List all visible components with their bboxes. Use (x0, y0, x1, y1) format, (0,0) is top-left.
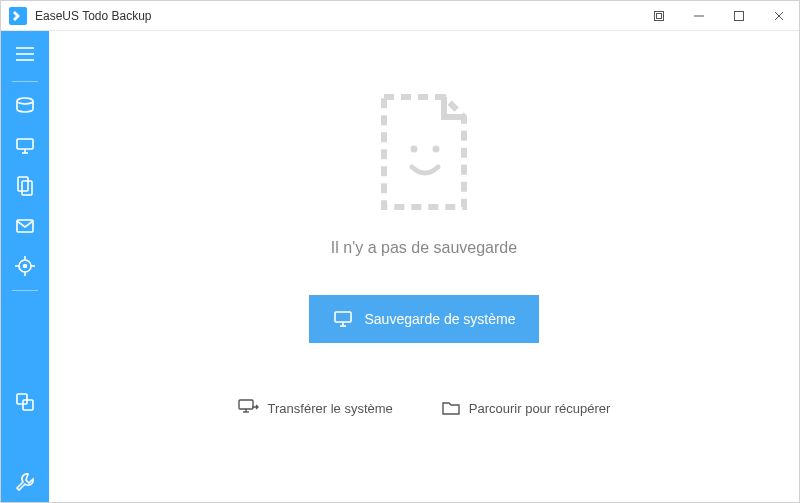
sidebar-item-system-backup[interactable] (1, 126, 49, 166)
wrench-icon (15, 472, 35, 492)
sidebar-item-disk-backup[interactable] (1, 86, 49, 126)
system-icon (15, 137, 35, 155)
app-title: EaseUS Todo Backup (35, 9, 152, 23)
transfer-icon (238, 399, 260, 417)
sidebar-item-tools[interactable] (1, 462, 49, 502)
titlebar: EaseUS Todo Backup (1, 1, 799, 31)
empty-file-icon (369, 87, 479, 217)
separator (12, 290, 38, 291)
system-backup-icon (333, 310, 353, 328)
sidebar (1, 31, 49, 502)
clone-icon (15, 392, 35, 412)
transfer-system-link[interactable]: Transférer le système (238, 399, 393, 417)
secondary-actions: Transférer le système Parcourir pour réc… (238, 399, 611, 417)
close-button[interactable] (759, 1, 799, 31)
svg-rect-26 (17, 444, 23, 450)
svg-rect-30 (335, 312, 351, 322)
sidebar-item-clone[interactable] (1, 382, 49, 422)
disk-icon (15, 97, 35, 115)
target-icon (15, 256, 35, 276)
svg-rect-13 (18, 177, 28, 191)
svg-rect-14 (22, 181, 32, 195)
svg-rect-27 (27, 444, 33, 450)
svg-rect-0 (655, 11, 664, 20)
separator (12, 81, 38, 82)
minimize-button[interactable] (679, 1, 719, 31)
sidebar-item-file-backup[interactable] (1, 166, 49, 206)
compact-button[interactable] (639, 1, 679, 31)
svg-rect-10 (17, 139, 33, 149)
hamburger-icon (15, 47, 35, 61)
system-backup-button[interactable]: Sauvegarde de système (309, 295, 539, 343)
svg-rect-1 (657, 13, 662, 18)
mail-icon (15, 218, 35, 234)
svg-point-9 (17, 98, 33, 104)
folder-icon (441, 400, 461, 416)
browse-recover-link[interactable]: Parcourir pour récupérer (441, 399, 611, 417)
svg-point-29 (433, 146, 440, 153)
svg-point-28 (411, 146, 418, 153)
system-backup-label: Sauvegarde de système (365, 311, 516, 327)
browse-label: Parcourir pour récupérer (469, 401, 611, 416)
svg-rect-33 (239, 400, 253, 409)
maximize-button[interactable] (719, 1, 759, 31)
sidebar-item-smart-backup[interactable] (1, 246, 49, 286)
svg-rect-3 (735, 11, 744, 20)
apps-icon (16, 433, 34, 451)
menu-toggle[interactable] (1, 31, 49, 77)
svg-rect-23 (23, 400, 33, 410)
sidebar-item-apps[interactable] (1, 422, 49, 462)
svg-rect-24 (17, 434, 23, 440)
transfer-label: Transférer le système (268, 401, 393, 416)
main-area: Il n'y a pas de sauvegarde Sauvegarde de… (49, 31, 799, 502)
svg-point-17 (24, 265, 27, 268)
svg-rect-22 (17, 394, 27, 404)
app-logo (9, 7, 27, 25)
file-icon (16, 176, 34, 196)
empty-state-text: Il n'y a pas de sauvegarde (331, 239, 517, 257)
svg-rect-25 (27, 434, 33, 440)
sidebar-item-mail-backup[interactable] (1, 206, 49, 246)
